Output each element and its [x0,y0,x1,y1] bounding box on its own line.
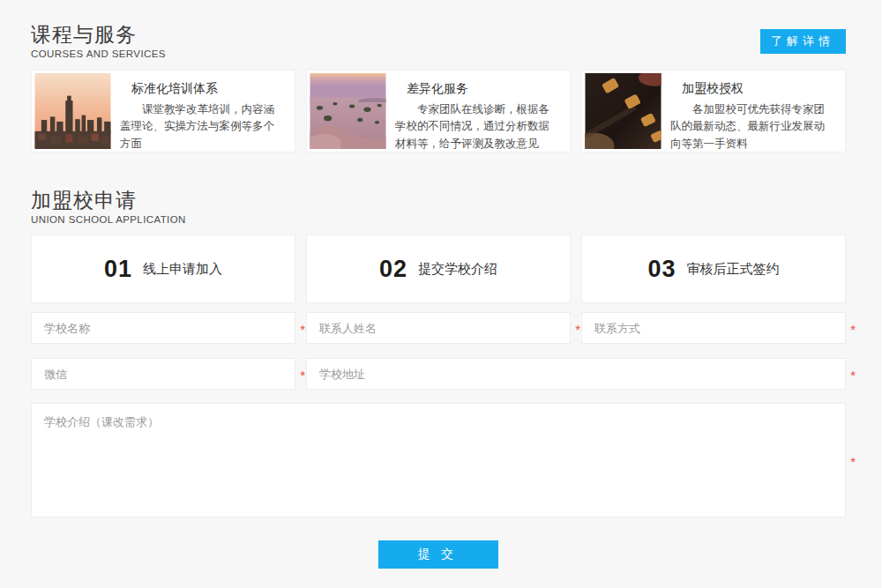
course-card-differentiated-service: 差异化服务 专家团队在线诊断，根据各学校的不同情况，通过分析数据材料等，给予评测… [306,70,571,153]
card-description: 课堂教学改革培训，内容涵盖理论、实操方法与案例等多个方面 [120,101,285,149]
courses-subtitle: COURSES AND SERVICES [31,48,166,61]
step-card-sign-contract: 03 审核后正式签约 [581,234,846,303]
wechat-input[interactable] [31,358,295,390]
step-card-submit-intro: 02 提交学校介绍 [306,234,571,303]
courses-title: 课程与服务 [31,22,166,47]
step-card-online-apply: 01 线上申请加入 [31,234,295,303]
card-description: 各加盟校可优先获得专家团队的最新动态、最新行业发展动向等第一手资料 [670,101,835,149]
school-address-field: * [306,358,846,390]
learn-more-button[interactable]: 了解详情 [760,29,846,54]
required-asterisk: * [850,368,856,382]
application-form: * * * * * * [31,312,846,569]
card-title: 标准化培训体系 [131,81,285,97]
step-number: 03 [647,256,676,283]
required-asterisk: * [850,455,856,468]
required-asterisk: * [850,323,856,336]
step-label: 线上申请加入 [143,261,222,278]
card-body: 加盟校授权 各加盟校可优先获得专家团队的最新动态、最新行业发展动向等第一手资料 [662,73,842,149]
card-body: 标准化培训体系 课堂教学改革培训，内容涵盖理论、实操方法与案例等多个方面 [111,73,292,149]
wechat-field: * [31,358,295,390]
required-asterisk: * [300,368,305,382]
required-asterisk: * [300,323,305,336]
contact-method-input[interactable] [581,312,846,344]
contact-name-field: * [306,312,571,344]
school-intro-field: * [31,403,846,517]
required-asterisk: * [575,323,580,336]
card-title: 加盟校授权 [682,81,835,97]
courses-title-block: 课程与服务 COURSES AND SERVICES [31,22,166,61]
school-name-input[interactable] [31,312,295,344]
step-number: 02 [379,256,407,283]
school-address-input[interactable] [306,358,846,390]
course-cards: 标准化培训体系 课堂教学改革培训，内容涵盖理论、实操方法与案例等多个方面 [31,70,846,153]
film-strip-image [585,73,662,149]
card-body: 差异化服务 专家团队在线诊断，根据各学校的不同情况，通过分析数据材料等，给予评测… [386,73,567,149]
submit-button[interactable]: 提交 [378,540,498,569]
application-title: 加盟校申请 [31,188,846,212]
course-card-training-system: 标准化培训体系 课堂教学改革培训，内容涵盖理论、实操方法与案例等多个方面 [31,70,295,153]
contact-name-input[interactable] [306,312,571,344]
courses-section-header: 课程与服务 COURSES AND SERVICES 了解详情 [31,0,846,61]
city-skyline-sunset-image [34,73,111,149]
application-subtitle: UNION SCHOOL APPLICATION [31,213,846,227]
step-label: 提交学校介绍 [418,261,497,278]
card-description: 专家团队在线诊断，根据各学校的不同情况，通过分析数据材料等，给予评测及教改意见 [395,101,560,149]
application-section-header: 加盟校申请 UNION SCHOOL APPLICATION [31,188,846,227]
school-intro-textarea[interactable] [31,403,846,517]
step-number: 01 [104,256,132,283]
school-name-field: * [31,312,295,344]
card-title: 差异化服务 [407,81,560,97]
contact-method-field: * [581,312,846,344]
application-steps: 01 线上申请加入 02 提交学校介绍 03 审核后正式签约 [31,234,846,303]
desert-dusk-image [310,73,386,149]
course-card-franchise-authorization: 加盟校授权 各加盟校可优先获得专家团队的最新动态、最新行业发展动向等第一手资料 [581,70,846,153]
step-label: 审核后正式签约 [687,261,780,278]
